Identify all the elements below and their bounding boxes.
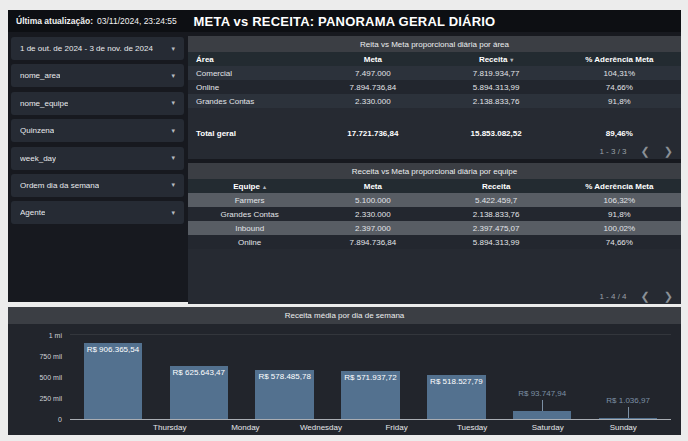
cell-meta: 7.497.000 bbox=[311, 69, 434, 78]
equipe-table-pagination: 1 - 4 / 4 ❮ ❯ bbox=[599, 291, 673, 301]
equipe-table-panel: Receita vs Meta proporcional diária por … bbox=[188, 163, 681, 304]
filter-ordem-dia-semana[interactable]: Ordem dia da semana ▾ bbox=[11, 174, 184, 197]
dashboard-page: Última atualização:03/11/2024, 23:24:55 … bbox=[0, 0, 688, 441]
equipe-table-title: Receita vs Meta proporcional diária por … bbox=[188, 163, 681, 179]
cell-receita: 2.397.475,07 bbox=[435, 224, 558, 233]
cell-meta: 7.894.736,84 bbox=[311, 83, 434, 92]
filter-agente-label: Agente bbox=[20, 208, 45, 217]
filter-week-day[interactable]: week_day ▾ bbox=[11, 147, 184, 170]
cell-name: Grandes Contas bbox=[188, 97, 311, 106]
bar-group: R$ 93.747,94 bbox=[499, 324, 585, 419]
bar[interactable]: R$ 906.365,54 bbox=[84, 343, 142, 419]
chevron-left-icon[interactable]: ❮ bbox=[641, 146, 650, 156]
bar[interactable]: R$ 625.643,47 bbox=[170, 366, 228, 419]
bar-value-label: R$ 906.365,54 bbox=[84, 345, 142, 354]
cell-name: Comercial bbox=[188, 69, 311, 78]
y-axis-tick: 1 mi bbox=[12, 332, 62, 339]
cell-name: Inbound bbox=[188, 224, 311, 233]
column-header-area[interactable]: Área bbox=[188, 55, 311, 64]
table-row[interactable]: Farmers 5.100.000 5.422.459,7 106,32% bbox=[188, 193, 681, 207]
bar-label-connector bbox=[628, 407, 629, 418]
cell-name: Grandes Contas bbox=[188, 210, 311, 219]
filter-quinzena-label: Quinzena bbox=[20, 126, 54, 135]
area-table-pagination: 1 - 3 / 3 ❮ ❯ bbox=[599, 146, 673, 156]
filter-date-range[interactable]: 1 de out. de 2024 - 3 de nov. de 2024 ▾ bbox=[11, 37, 184, 60]
filter-nome-equipe-label: nome_equipe bbox=[20, 99, 68, 108]
chevron-down-icon: ▾ bbox=[171, 45, 175, 53]
chevron-left-icon[interactable]: ❮ bbox=[641, 291, 650, 301]
bar-value-label: R$ 518.527,79 bbox=[427, 377, 485, 386]
chevron-down-icon: ▾ bbox=[171, 72, 175, 80]
chevron-right-icon[interactable]: ❯ bbox=[664, 291, 673, 301]
filter-agente[interactable]: Agente ▾ bbox=[11, 201, 184, 224]
bar[interactable]: R$ 571.937,72 bbox=[341, 371, 399, 419]
cell-meta: 2.397.000 bbox=[311, 224, 434, 233]
pagination-range: 1 - 3 / 3 bbox=[599, 147, 626, 156]
total-receita: 15.853.082,52 bbox=[435, 129, 558, 138]
chart-body: 1 mi 750 mil 500 mil 250 mil 0 R$ 906.36… bbox=[8, 324, 681, 432]
cell-receita: 7.819.934,77 bbox=[435, 69, 558, 78]
bar-group: R$ 571.937,72 bbox=[328, 324, 414, 419]
bar-group: R$ 1.036,97 bbox=[585, 324, 671, 419]
table-row[interactable]: Comercial 7.497.000 7.819.934,77 104,31% bbox=[188, 66, 681, 80]
cell-meta: 2.330.000 bbox=[311, 97, 434, 106]
column-header-aderencia[interactable]: % Aderência Meta bbox=[558, 55, 681, 64]
cell-receita: 5.422.459,7 bbox=[435, 196, 558, 205]
pagination-range: 1 - 4 / 4 bbox=[599, 292, 626, 301]
cell-receita: 5.894.313,99 bbox=[435, 238, 558, 247]
area-table-body: Comercial 7.497.000 7.819.934,77 104,31%… bbox=[188, 66, 681, 108]
bar-value-label: R$ 578.485,78 bbox=[255, 372, 313, 381]
y-axis-tick: 0 bbox=[12, 416, 62, 423]
chevron-down-icon: ▾ bbox=[171, 127, 175, 135]
sort-asc-icon: ▴ bbox=[263, 184, 266, 190]
column-header-receita[interactable]: Receita▾ bbox=[435, 55, 558, 64]
bar-value-label: R$ 1.036,97 bbox=[585, 396, 671, 405]
chevron-down-icon: ▾ bbox=[171, 181, 175, 189]
table-row[interactable]: Grandes Contas 2.330.000 2.138.833,76 91… bbox=[188, 207, 681, 221]
bar[interactable]: R$ 578.485,78 bbox=[255, 370, 313, 419]
filter-ordem-dia-semana-label: Ordem dia da semana bbox=[20, 181, 99, 190]
bar-label-connector bbox=[542, 400, 543, 411]
x-axis-label: Wednesday bbox=[283, 423, 359, 432]
cell-aderencia: 74,66% bbox=[558, 238, 681, 247]
cell-meta: 2.330.000 bbox=[311, 210, 434, 219]
chevron-down-icon: ▾ bbox=[171, 99, 175, 107]
bar-group: R$ 518.527,79 bbox=[413, 324, 499, 419]
cell-aderencia: 104,31% bbox=[558, 69, 681, 78]
cell-aderencia: 91,8% bbox=[558, 97, 681, 106]
filter-sidebar: 1 de out. de 2024 - 3 de nov. de 2024 ▾ … bbox=[11, 37, 184, 224]
y-axis-tick: 250 mil bbox=[12, 395, 62, 402]
area-table-header-row: Área Meta Receita▾ % Aderência Meta bbox=[188, 52, 681, 66]
column-header-meta[interactable]: Meta bbox=[311, 55, 434, 64]
chart-title: Receita média por dia de semana bbox=[8, 307, 681, 324]
cell-aderencia: 100,02% bbox=[558, 224, 681, 233]
filter-quinzena[interactable]: Quinzena ▾ bbox=[11, 119, 184, 142]
sort-desc-icon: ▾ bbox=[510, 57, 513, 63]
filter-nome-equipe[interactable]: nome_equipe ▾ bbox=[11, 92, 184, 115]
table-row[interactable]: Online 7.894.736,84 5.894.313,99 74,66% bbox=[188, 80, 681, 94]
page-title: META vs RECEITA: PANORAMA GERAL DIÁRIO bbox=[8, 14, 681, 29]
bar[interactable] bbox=[599, 418, 657, 419]
cell-meta: 5.100.000 bbox=[311, 196, 434, 205]
x-axis-labels: ThursdayMondayWednesdayFridayTuesdaySatu… bbox=[70, 420, 671, 432]
table-row[interactable]: Online 7.894.736,84 5.894.313,99 74,66% bbox=[188, 235, 681, 249]
filter-week-day-label: week_day bbox=[20, 154, 56, 163]
x-axis-label: Friday bbox=[359, 423, 435, 432]
column-header-equipe[interactable]: Equipe▴ bbox=[188, 182, 311, 191]
column-header-meta[interactable]: Meta bbox=[311, 182, 434, 191]
header-bar: Última atualização:03/11/2024, 23:24:55 … bbox=[8, 10, 681, 32]
bar[interactable]: R$ 518.527,79 bbox=[427, 375, 485, 419]
total-label: Total geral bbox=[188, 129, 311, 138]
column-header-aderencia[interactable]: % Aderência Meta bbox=[558, 182, 681, 191]
filter-nome-area[interactable]: nome_area ▾ bbox=[11, 64, 184, 87]
bar-value-label: R$ 93.747,94 bbox=[499, 389, 585, 398]
column-header-receita[interactable]: Receita bbox=[435, 182, 558, 191]
x-axis-label: Saturday bbox=[510, 423, 586, 432]
cell-aderencia: 74,66% bbox=[558, 83, 681, 92]
bar[interactable] bbox=[513, 411, 571, 419]
equipe-table-header-row: Equipe▴ Meta Receita % Aderência Meta bbox=[188, 179, 681, 193]
chevron-right-icon[interactable]: ❯ bbox=[664, 146, 673, 156]
filter-date-range-label: 1 de out. de 2024 - 3 de nov. de 2024 bbox=[20, 44, 153, 53]
table-row[interactable]: Grandes Contas 2.330.000 2.138.833,76 91… bbox=[188, 94, 681, 108]
table-row[interactable]: Inbound 2.397.000 2.397.475,07 100,02% bbox=[188, 221, 681, 235]
